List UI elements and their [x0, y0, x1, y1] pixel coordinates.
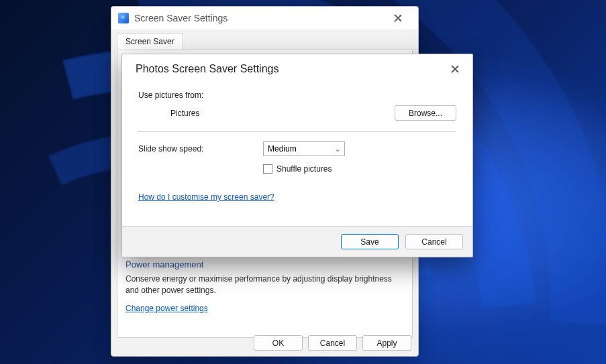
- use-pictures-label: Use pictures from:: [138, 90, 456, 100]
- parent-footer-buttons: OK Cancel Apply: [254, 335, 411, 351]
- parent-titlebar[interactable]: Screen Saver Settings: [111, 7, 418, 29]
- slideshow-speed-label: Slide show speed:: [138, 144, 263, 154]
- help-link[interactable]: How do I customise my screen saver?: [138, 192, 274, 202]
- shuffle-label: Shuffle pictures: [276, 164, 332, 174]
- power-management-section: Power management Conserve energy or maxi…: [125, 259, 404, 313]
- child-close-button[interactable]: [442, 60, 468, 78]
- apply-button[interactable]: Apply: [362, 335, 411, 351]
- shuffle-checkbox[interactable]: [263, 164, 272, 174]
- parent-tabbar: Screen Saver: [111, 32, 418, 50]
- tab-screen-saver[interactable]: Screen Saver: [117, 33, 183, 50]
- close-icon: [451, 65, 459, 73]
- divider: [138, 131, 456, 132]
- parent-close-button[interactable]: [385, 9, 411, 27]
- screensaver-icon: [118, 13, 129, 23]
- slideshow-speed-select[interactable]: Medium ⌄: [263, 141, 345, 156]
- child-footer: Save Cancel: [122, 226, 472, 257]
- child-window-title: Photos Screen Saver Settings: [136, 63, 442, 75]
- cancel-button[interactable]: Cancel: [308, 335, 357, 351]
- close-icon: [394, 14, 402, 22]
- pictures-folder-name: Pictures: [170, 109, 395, 118]
- chevron-down-icon: ⌄: [335, 145, 340, 153]
- child-titlebar[interactable]: Photos Screen Saver Settings: [122, 54, 472, 84]
- change-power-settings-link[interactable]: Change power settings: [125, 304, 208, 313]
- photos-screensaver-settings-dialog: Photos Screen Saver Settings Use picture…: [121, 54, 473, 257]
- slideshow-speed-value: Medium: [268, 144, 297, 154]
- browse-button[interactable]: Browse...: [395, 105, 456, 121]
- child-cancel-button[interactable]: Cancel: [405, 234, 463, 249]
- child-body: Use pictures from: Pictures Browse... Sl…: [122, 84, 472, 226]
- power-desc: Conserve energy or maximise performance …: [125, 274, 404, 297]
- ok-button[interactable]: OK: [254, 335, 303, 351]
- save-button[interactable]: Save: [341, 234, 399, 249]
- parent-window-title: Screen Saver Settings: [134, 13, 385, 23]
- power-heading: Power management: [125, 259, 404, 269]
